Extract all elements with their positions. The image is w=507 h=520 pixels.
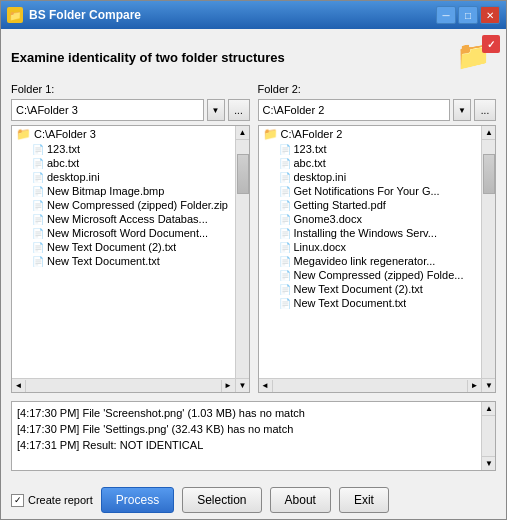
tree-item-text: New Microsoft Word Document... <box>47 227 208 239</box>
list-item: 📄 New Microsoft Access Databas... <box>12 212 249 226</box>
folder1-dropdown-arrow: ▼ <box>212 106 220 115</box>
file-icon: 📄 <box>279 214 291 225</box>
create-report-label[interactable]: ✓ Create report <box>11 494 93 507</box>
list-item: 📄 New Bitmap Image.bmp <box>12 184 249 198</box>
file-icon: 📄 <box>32 228 44 239</box>
list-item: 📁 C:\AFolder 3 <box>12 126 249 142</box>
tree-item-text: New Text Document (2).txt <box>294 283 423 295</box>
file-icon: 📄 <box>279 270 291 281</box>
file-icon: 📄 <box>32 200 44 211</box>
about-button[interactable]: About <box>270 487 331 513</box>
content-area: Examine identicality of two folder struc… <box>1 29 506 481</box>
maximize-button[interactable]: □ <box>458 6 478 24</box>
folder-icon: 📁 <box>263 127 278 141</box>
scroll-right-arrow[interactable]: ► <box>221 380 235 392</box>
create-report-checkbox[interactable]: ✓ <box>11 494 24 507</box>
title-bar: 📁 BS Folder Compare ─ □ ✕ <box>1 1 506 29</box>
scroll-up-arrow[interactable]: ▲ <box>482 126 496 140</box>
tree-item-text: abc.txt <box>294 157 326 169</box>
folder1-tree-scroll: 📁 C:\AFolder 3 📄 123.txt 📄 abc.txt <box>12 126 249 392</box>
scroll-down-arrow[interactable]: ▼ <box>482 456 496 470</box>
scroll-thumb[interactable] <box>237 154 249 194</box>
list-item: 📄 New Text Document (2).txt <box>259 282 496 296</box>
list-item: 📄 abc.txt <box>12 156 249 170</box>
list-item: 📄 New Text Document.txt <box>259 296 496 310</box>
minimize-button[interactable]: ─ <box>436 6 456 24</box>
tree-item-text: New Text Document.txt <box>47 255 160 267</box>
exit-label: Exit <box>354 493 374 507</box>
list-item: 📄 Installing the Windows Serv... <box>259 226 496 240</box>
folder2-tree[interactable]: 📁 C:\AFolder 2 📄 123.txt 📄 abc.txt <box>258 125 497 393</box>
file-icon: 📄 <box>279 228 291 239</box>
list-item: 📄 Gnome3.docx <box>259 212 496 226</box>
selection-button[interactable]: Selection <box>182 487 261 513</box>
folder2-label: Folder 2: <box>258 83 497 95</box>
process-button[interactable]: Process <box>101 487 174 513</box>
tree-item-text: New Bitmap Image.bmp <box>47 185 164 197</box>
file-icon: 📄 <box>279 200 291 211</box>
scroll-down-arrow[interactable]: ▼ <box>236 378 250 392</box>
create-report-text: Create report <box>28 494 93 506</box>
exit-button[interactable]: Exit <box>339 487 389 513</box>
list-item: 📄 New Text Document.txt <box>12 254 249 268</box>
checkmark-badge: ✓ <box>482 35 500 53</box>
list-item: 📄 abc.txt <box>259 156 496 170</box>
main-window: 📁 BS Folder Compare ─ □ ✕ Examine identi… <box>0 0 507 520</box>
tree-item-text: New Text Document.txt <box>294 297 407 309</box>
file-icon: 📄 <box>279 242 291 253</box>
file-icon: 📄 <box>32 172 44 183</box>
folder1-label: Folder 1: <box>11 83 250 95</box>
folder1-browse-btn[interactable]: ... <box>228 99 250 121</box>
header-text: Examine identicality of two folder struc… <box>11 50 285 65</box>
file-icon: 📄 <box>32 242 44 253</box>
about-label: About <box>285 493 316 507</box>
tree-item-text: New Text Document (2).txt <box>47 241 176 253</box>
folder1-scrollbar-h[interactable]: ◄ ► <box>12 378 235 392</box>
tree-item-text: abc.txt <box>47 157 79 169</box>
tree-item-text: C:\AFolder 3 <box>34 128 96 140</box>
tree-item-text: New Microsoft Access Databas... <box>47 213 208 225</box>
list-item: 📁 C:\AFolder 2 <box>259 126 496 142</box>
folder1-tree[interactable]: 📁 C:\AFolder 3 📄 123.txt 📄 abc.txt <box>11 125 250 393</box>
list-item: 📄 New Compressed (zipped) Folder.zip <box>12 198 249 212</box>
folder2-browse-btn[interactable]: ... <box>474 99 496 121</box>
scroll-thumb[interactable] <box>483 154 495 194</box>
folder2-scrollbar-h[interactable]: ◄ ► <box>259 378 482 392</box>
scroll-down-arrow[interactable]: ▼ <box>482 378 496 392</box>
file-icon: 📄 <box>32 214 44 225</box>
tree-item-text: New Compressed (zipped) Folder.zip <box>47 199 228 211</box>
folder2-tree-scroll: 📁 C:\AFolder 2 📄 123.txt 📄 abc.txt <box>259 126 496 392</box>
list-item: 📄 desktop.ini <box>259 170 496 184</box>
scroll-left-arrow[interactable]: ◄ <box>259 380 273 392</box>
list-item: 📄 New Compressed (zipped) Folde... <box>259 268 496 282</box>
folder2-scrollbar-v[interactable]: ▲ ▼ <box>481 126 495 392</box>
file-icon: 📄 <box>32 256 44 267</box>
tree-item-text: Installing the Windows Serv... <box>294 227 437 239</box>
scroll-left-arrow[interactable]: ◄ <box>12 380 26 392</box>
list-item: 📄 desktop.ini <box>12 170 249 184</box>
log-line-3: [4:17:31 PM] Result: NOT IDENTICAL <box>17 437 490 453</box>
folder-icon: 📁 <box>16 127 31 141</box>
close-button[interactable]: ✕ <box>480 6 500 24</box>
folder1-input[interactable] <box>11 99 204 121</box>
log-scrollbar-v[interactable]: ▲ ▼ <box>481 402 495 470</box>
tree-item-text: desktop.ini <box>294 171 347 183</box>
folder1-dropdown-btn[interactable]: ▼ <box>207 99 225 121</box>
scroll-right-arrow[interactable]: ► <box>467 380 481 392</box>
scroll-up-arrow[interactable]: ▲ <box>236 126 250 140</box>
tree-item-text: desktop.ini <box>47 171 100 183</box>
folders-section: Folder 1: ▼ ... 📁 C:\AFolder 3 <box>11 83 496 393</box>
folder2-dropdown-btn[interactable]: ▼ <box>453 99 471 121</box>
file-icon: 📄 <box>279 298 291 309</box>
file-icon: 📄 <box>279 144 291 155</box>
list-item: 📄 123.txt <box>12 142 249 156</box>
folder1-browse-label: ... <box>234 105 242 116</box>
folder2-input[interactable] <box>258 99 451 121</box>
header-icon-area: 📁 ✓ <box>456 39 496 75</box>
list-item: 📄 Get Notifications For Your G... <box>259 184 496 198</box>
file-icon: 📄 <box>279 172 291 183</box>
folder1-scrollbar-v[interactable]: ▲ ▼ <box>235 126 249 392</box>
scroll-up-arrow[interactable]: ▲ <box>482 402 496 416</box>
header-section: Examine identicality of two folder struc… <box>11 39 496 75</box>
file-icon: 📄 <box>32 158 44 169</box>
